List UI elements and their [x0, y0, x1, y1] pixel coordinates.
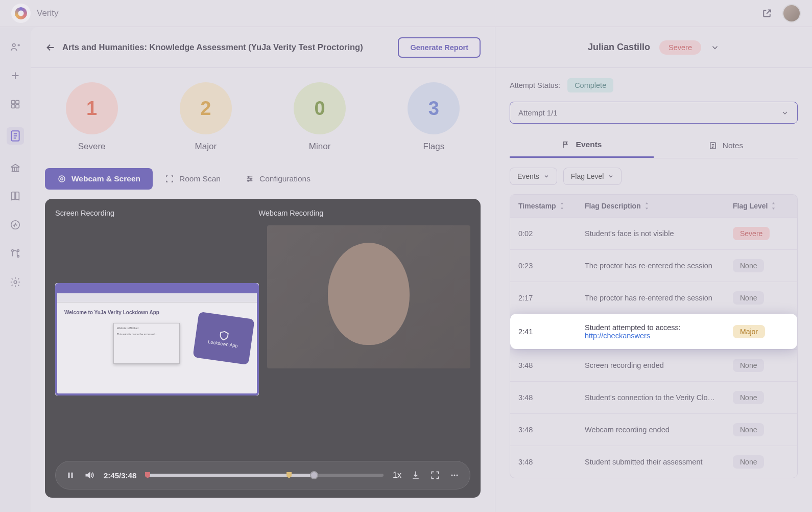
sub-tabs: Events Notes: [510, 133, 798, 158]
back-arrow-icon[interactable]: [45, 42, 56, 53]
table-row[interactable]: 3:48Webcam recording endedNone: [510, 413, 797, 446]
attempt-select-label: Attempt 1/1: [518, 108, 558, 117]
svg-rect-16: [68, 473, 70, 478]
cell-description: Student's connection to the Verity Clo…: [585, 393, 733, 402]
activity-icon[interactable]: [10, 219, 21, 230]
screen-recording-pane[interactable]: Welcome to YuJa Verity Lockdown App Webs…: [55, 283, 259, 395]
plus-icon[interactable]: [10, 70, 21, 81]
stat-value: 2: [180, 82, 232, 134]
stat-value: 1: [66, 82, 118, 134]
table-row[interactable]: 3:48Screen recording endedNone: [510, 349, 797, 381]
svg-point-10: [14, 281, 17, 284]
pause-button[interactable]: [66, 471, 75, 480]
progress-thumb[interactable]: [310, 471, 318, 479]
video-area: Screen Recording Webcam Recording Welcom…: [45, 199, 481, 498]
header-description[interactable]: Flag Description: [585, 202, 733, 210]
report-icon[interactable]: [7, 127, 24, 145]
dialog-popup: Website is BlockedThis website cannot be…: [113, 323, 180, 364]
flag-pill: Severe: [733, 227, 770, 240]
grid-icon[interactable]: [10, 99, 21, 110]
external-link-icon[interactable]: [762, 8, 772, 18]
avatar[interactable]: [782, 4, 801, 22]
cell-timestamp: 3:48: [518, 458, 585, 466]
flag-pill: None: [733, 259, 764, 272]
time-display: 2:45/3:48: [104, 471, 136, 480]
fullscreen-button[interactable]: [430, 470, 440, 480]
tab-room-scan[interactable]: Room Scan: [153, 168, 233, 190]
institution-icon[interactable]: [10, 162, 21, 173]
filter-flag-level[interactable]: Flag Level: [563, 168, 622, 185]
playback-speed[interactable]: 1x: [393, 471, 401, 480]
cell-flag: None: [733, 455, 789, 469]
status-badge: Complete: [567, 78, 613, 92]
cell-description: The proctor has re-entered the session: [585, 294, 733, 302]
stat-flags: 3 Flags: [408, 82, 460, 152]
cell-flag: Major: [733, 325, 789, 338]
header-flag-level[interactable]: Flag Level: [733, 202, 789, 210]
tab-notes[interactable]: Notes: [654, 133, 798, 158]
cell-description: Student attempted to access:http://check…: [585, 323, 733, 340]
generate-report-button[interactable]: Generate Report: [398, 37, 481, 58]
cell-flag: None: [733, 391, 789, 404]
cell-timestamp: 2:41: [518, 328, 585, 336]
attempt-select[interactable]: Attempt 1/1: [510, 102, 798, 124]
events-table: Timestamp Flag Description Flag Level 0:…: [510, 194, 798, 478]
webcam-recording-label: Webcam Recording: [258, 209, 323, 217]
cell-description: Student submitted their assessment: [585, 458, 733, 466]
sidenav: [0, 27, 31, 512]
svg-point-15: [248, 180, 249, 181]
cell-description: Student's face is not visible: [585, 229, 733, 238]
stat-label: Severe: [78, 142, 106, 152]
svg-point-12: [61, 178, 63, 180]
flag-pill: Major: [733, 325, 765, 338]
welcome-text: Welcome to YuJa Verity Lockdown App: [64, 310, 250, 315]
tab-configurations[interactable]: Configurations: [233, 168, 323, 190]
more-button[interactable]: [449, 470, 460, 480]
filter-events[interactable]: Events: [510, 168, 557, 185]
stat-value: 3: [408, 82, 460, 134]
tab-label: Webcam & Screen: [71, 174, 140, 183]
progress-bar[interactable]: [146, 474, 384, 477]
download-button[interactable]: [411, 470, 421, 480]
svg-point-0: [13, 44, 16, 47]
svg-point-11: [59, 176, 65, 182]
table-row[interactable]: 3:48Student submitted their assessmentNo…: [510, 446, 797, 478]
cell-timestamp: 0:23: [518, 262, 585, 270]
tab-webcam-screen[interactable]: Webcam & Screen: [45, 168, 153, 190]
table-header: Timestamp Flag Description Flag Level: [510, 195, 797, 217]
severity-pill: Severe: [659, 40, 701, 55]
cell-description: Webcam recording ended: [585, 426, 733, 434]
branch-icon[interactable]: [10, 248, 21, 259]
header-timestamp[interactable]: Timestamp: [518, 202, 585, 210]
svg-point-18: [451, 475, 453, 476]
table-row[interactable]: 2:17The proctor has re-entered the sessi…: [510, 282, 797, 314]
login-icon[interactable]: [10, 41, 21, 53]
marker-severe-icon: [145, 472, 151, 479]
page-title: Arts and Humanities: Knowledge Assessmen…: [62, 42, 363, 52]
tab-events[interactable]: Events: [510, 133, 654, 158]
cell-flag: None: [733, 259, 789, 272]
cell-flag: None: [733, 359, 789, 372]
stat-label: Major: [195, 142, 217, 152]
cell-description: The proctor has re-entered the session: [585, 262, 733, 270]
cell-timestamp: 3:48: [518, 393, 585, 402]
volume-button[interactable]: [84, 470, 94, 480]
chevron-down-icon[interactable]: [710, 43, 720, 52]
marker-major-icon: [286, 472, 292, 479]
brand-name: Verity: [37, 8, 59, 18]
svg-point-14: [250, 178, 251, 179]
book-icon[interactable]: [10, 191, 21, 202]
webcam-recording-pane[interactable]: [267, 225, 471, 368]
table-row[interactable]: 2:41Student attempted to access:http://c…: [510, 314, 797, 349]
svg-point-9: [17, 255, 19, 258]
cell-timestamp: 3:48: [518, 361, 585, 369]
event-link[interactable]: http://checkanswers: [585, 332, 681, 340]
table-row[interactable]: 0:02Student's face is not visibleSevere: [510, 217, 797, 249]
cell-description: Screen recording ended: [585, 361, 733, 369]
flag-pill: None: [733, 455, 764, 469]
table-row[interactable]: 3:48Student's connection to the Verity C…: [510, 381, 797, 413]
stat-major: 2 Major: [180, 82, 232, 152]
svg-point-8: [17, 250, 19, 252]
table-row[interactable]: 0:23The proctor has re-entered the sessi…: [510, 249, 797, 282]
gear-icon[interactable]: [10, 276, 21, 288]
